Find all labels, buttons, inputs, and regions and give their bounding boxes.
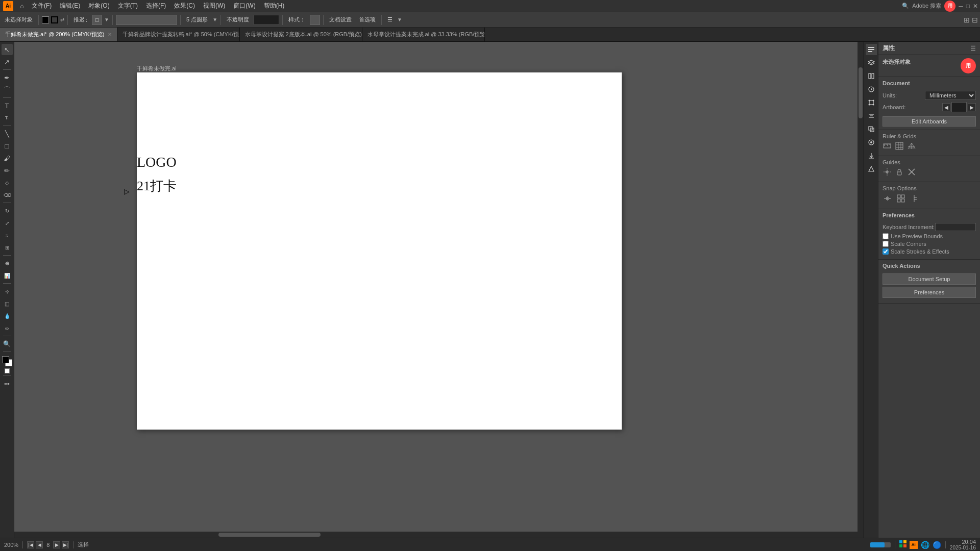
scale-tool[interactable]: ⤢ — [2, 217, 13, 229]
column-graph-tool[interactable]: 📊 — [2, 270, 13, 281]
rotate-tool[interactable]: ↻ — [2, 205, 13, 216]
panel-toggle-icon[interactable]: ⊞ — [964, 16, 970, 24]
artboard-next-status-btn[interactable]: ▶ — [53, 541, 60, 548]
h-scrollbar[interactable] — [14, 532, 864, 538]
doc-setup-btn[interactable]: 文档设置 — [327, 14, 354, 25]
search-icon[interactable]: 🔍 — [902, 3, 909, 9]
clear-guides-icon[interactable] — [907, 167, 916, 177]
shaper-tool[interactable]: ◇ — [2, 177, 13, 188]
artboard-value-input[interactable]: 8 — [951, 102, 967, 112]
scale-corners-checkbox[interactable] — [883, 241, 889, 247]
edit-artboards-button[interactable]: Edit Artboards — [883, 116, 976, 127]
menu-edit[interactable]: 编辑(E) — [56, 1, 84, 11]
appearance-icon[interactable] — [866, 137, 877, 148]
snap-to-pixel-icon[interactable] — [909, 193, 919, 204]
make-guides-icon[interactable] — [883, 167, 892, 177]
zoom-tool[interactable]: 🔍 — [2, 338, 13, 349]
ai-taskbar-icon[interactable]: Ai — [910, 541, 918, 549]
browser-taskbar-icon[interactable]: 🌐 — [921, 541, 929, 549]
rectangle-tool[interactable]: □ — [2, 140, 13, 152]
perspective-grid-icon[interactable] — [907, 141, 916, 151]
stroke-size-dropdown[interactable]: ▼ — [212, 17, 217, 22]
direct-selection-tool[interactable]: ↗ — [2, 56, 13, 67]
free-transform-tool[interactable]: ⊞ — [2, 242, 13, 253]
scale-strokes-checkbox[interactable] — [883, 248, 889, 255]
fill-stroke-colors[interactable] — [2, 356, 12, 366]
symbol-sprayer-tool[interactable]: ❋ — [2, 258, 13, 269]
eyedropper-tool[interactable]: 💧 — [2, 310, 13, 321]
chrome-taskbar-icon[interactable]: 🔵 — [933, 541, 941, 549]
image-trace-icon[interactable] — [866, 163, 877, 174]
ruler-icon[interactable] — [883, 141, 892, 151]
warp-tool[interactable]: ≈ — [2, 230, 13, 241]
v-scroll-thumb[interactable] — [859, 67, 863, 118]
tab-2[interactable]: 水母掌设计提案 2底版本.ai @ 50% (RGB/预览) ✕ — [240, 28, 362, 41]
stroke-swatch[interactable] — [51, 16, 58, 23]
stroke-size-item[interactable]: 5 点圆形 — [184, 14, 210, 25]
panel-menu-icon[interactable]: ☰ — [970, 45, 976, 52]
paintbrush-tool[interactable]: 🖌 — [2, 153, 13, 164]
units-select[interactable]: Millimeters Pixels Inches Points — [925, 91, 976, 100]
more-tools-btn[interactable]: ••• — [2, 378, 13, 389]
home-icon[interactable]: ⌂ — [16, 1, 28, 12]
layers-icon[interactable] — [866, 57, 877, 68]
none-icon[interactable] — [5, 368, 10, 373]
export-icon[interactable] — [866, 150, 877, 161]
h-scroll-thumb[interactable] — [218, 533, 321, 537]
tab-0[interactable]: 千鲜肴未做完.ai* @ 200% (CMYK/预览) ✕ — [0, 28, 117, 41]
arrangement-dropdown[interactable]: ▼ — [397, 17, 402, 22]
restore-icon[interactable]: □ — [966, 3, 970, 10]
v-scrollbar[interactable] — [857, 42, 864, 532]
artboard-first-btn[interactable]: |◀ — [27, 541, 34, 548]
lock-guides-icon[interactable] — [895, 167, 904, 177]
blend-tool[interactable]: ∞ — [2, 322, 13, 334]
menu-view[interactable]: 视图(W) — [199, 1, 229, 11]
menu-file[interactable]: 文件(F) — [28, 1, 56, 11]
swap-colors-icon[interactable]: ⇄ — [60, 17, 64, 22]
mesh-tool[interactable]: ⊹ — [2, 286, 13, 297]
tab-3[interactable]: 水母掌设计提案未完成.ai @ 33.33% (RGB/预览) ✕ — [362, 28, 485, 41]
assets-icon[interactable] — [866, 84, 877, 95]
tab-1[interactable]: 千鲜肴品牌设计提案转稿.ai* @ 50% (CMYK/预览) ✕ — [117, 28, 240, 41]
pencil-tool[interactable]: ✏ — [2, 165, 13, 176]
snap-to-point-icon[interactable] — [883, 193, 893, 204]
close-icon[interactable]: ✕ — [973, 3, 978, 10]
canvas-area[interactable]: 千鲜肴未做完.ai LOGO 21打卡 ▷ — [14, 42, 864, 538]
keyboard-increment-input[interactable]: 0.3528 mm — [935, 223, 976, 231]
style-swatch[interactable] — [310, 15, 320, 25]
fill-swatch[interactable] — [42, 16, 49, 23]
align-icon[interactable] — [866, 110, 877, 121]
preferences-button[interactable]: Preferences — [883, 287, 976, 298]
stroke-input[interactable] — [116, 15, 177, 25]
libraries-icon[interactable] — [866, 70, 877, 82]
grid-icon[interactable] — [895, 141, 904, 151]
pen-tool[interactable]: ✒ — [2, 72, 13, 83]
windows-icon[interactable] — [899, 540, 906, 549]
document-setup-button[interactable]: Document Setup — [883, 273, 976, 285]
minimize-icon[interactable]: ─ — [959, 3, 963, 10]
menu-text[interactable]: 文字(T) — [114, 1, 142, 11]
arrangement-icon[interactable]: ☰ — [385, 15, 395, 24]
properties-icon[interactable] — [866, 44, 877, 55]
corner-radius-input[interactable]: ◻ — [92, 15, 102, 25]
menu-help[interactable]: 帮助(H) — [260, 1, 289, 11]
touch-type-tool[interactable]: Tᵢ — [2, 112, 13, 123]
arrange-icon[interactable]: ⊟ — [972, 16, 978, 24]
menu-select[interactable]: 选择(F) — [142, 1, 170, 11]
tab-close-0[interactable]: ✕ — [108, 32, 112, 37]
selection-tool[interactable]: ↖ — [2, 44, 13, 55]
use-preview-bounds-checkbox[interactable] — [883, 233, 889, 239]
first-option-btn[interactable]: 首选项 — [356, 14, 378, 25]
menu-effect[interactable]: 效果(C) — [170, 1, 199, 11]
artboard-next-btn[interactable]: ▶ — [968, 103, 976, 111]
corner-radius-dropdown[interactable]: ▼ — [104, 17, 109, 22]
opacity-input[interactable]: 100% — [254, 15, 279, 25]
artboard-prev-btn[interactable]: ◀ — [942, 103, 950, 111]
pathfinder-icon[interactable] — [866, 123, 877, 135]
corner-radius-item[interactable]: 推迟 : — [71, 14, 90, 25]
artboard-prev-status-btn[interactable]: ◀ — [36, 541, 43, 548]
type-tool[interactable]: T — [2, 100, 13, 111]
user-avatar[interactable]: 用 — [944, 1, 955, 12]
curvature-tool[interactable]: ⌒ — [2, 84, 13, 95]
snap-to-grid-icon[interactable] — [896, 193, 906, 204]
